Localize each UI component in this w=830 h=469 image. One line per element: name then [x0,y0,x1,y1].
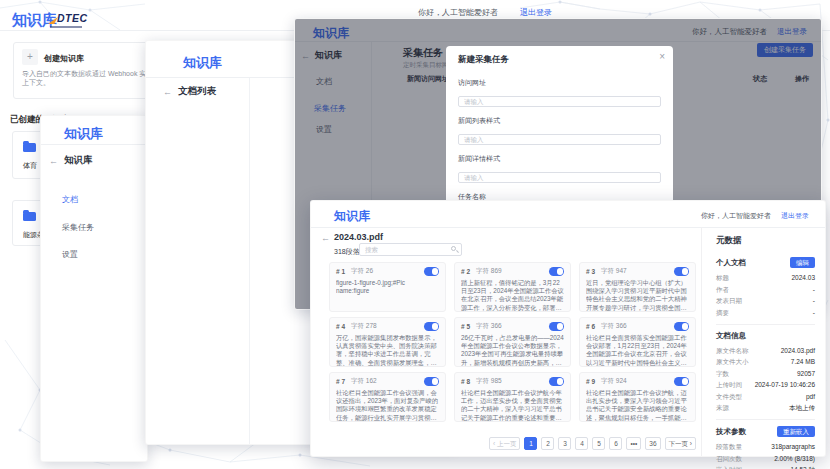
pagination-prev[interactable]: ‹ 上一页 [489,437,520,450]
kb-nav-window: 知识库 ← 知识库 文档 采集任务 设置 [40,115,148,462]
document-detail-window: 知识库 你好，人工智能爱好者 退出登录 ← 2024.03.pdf 318段落 … [310,200,826,457]
meta-value: 2024.03.pdf [781,347,815,356]
modal-title: 新建采集任务 [458,54,661,66]
tech-params-section-title: 技术参数 [716,427,746,437]
segment-number: # 7 [336,378,345,385]
segment-number: # 6 [586,323,595,330]
segment-enabled-toggle[interactable] [424,267,439,276]
meta-label: 段落数量 [716,443,742,452]
segment-card-3[interactable]: # 3 字符 947 近日，党组理论学习中心组（扩大）围绕深入学习贯彻习近平新时… [579,262,696,312]
pagination-page-36[interactable]: 36 [645,437,660,450]
segment-text: 社论栏目全面贯彻落实全国能源工作会议部署，1月22日至23日，2024年全国能源… [586,334,689,367]
logo-text: DTEC [57,12,88,24]
segment-text: 26亿千瓦时，占总发电量的——2024年全国能源工作会议公布数据显示，2023年… [461,334,564,367]
metadata-panel: 元数据 个人文档 编辑 标题2024.03 作者- 发表日期- 摘要- 文档信息… [701,227,827,456]
document-title: 2024.03.pdf [334,232,383,242]
back-arrow-icon: ← [49,156,58,166]
plus-icon: + [22,49,38,65]
meta-value: pdf [806,393,815,402]
segment-enabled-toggle[interactable] [424,322,439,331]
segment-search-input[interactable] [359,243,462,256]
close-icon[interactable]: × [659,51,665,62]
paragraph-count: 318段落 [334,247,360,257]
header-divider [41,144,147,145]
logout-link[interactable]: 退出登录 [520,7,552,18]
segment-card-2[interactable]: # 2 字符 869 踏上新征程，值得铭记的是，3月22日至23日，2024年全… [454,262,571,312]
folder-icon [23,212,36,221]
segment-text: 踏上新征程，值得铭记的是，3月22日至23日，2024年全国能源工作会议在北京召… [461,279,564,312]
url-field[interactable] [458,96,661,107]
segment-enabled-toggle[interactable] [549,322,564,331]
field-label-list-style: 新闻列表样式 [458,116,661,126]
field-label-url: 访问网址 [458,78,661,88]
meta-value: 2.00% (8/318) [774,455,815,464]
segment-card-4[interactable]: # 4 字符 278 万亿，国家能源集团发布数据显示，认真贯彻落实党中央、国务院… [329,317,446,367]
pagination-page-1[interactable]: 1 [524,437,537,450]
meta-label: 上传时间 [716,381,742,390]
app-title: 知识库 [64,125,103,143]
segment-char-count: 字符 26 [351,267,373,276]
meta-label: 召回次数 [716,455,742,464]
pagination-page-2[interactable]: 2 [541,437,554,450]
segment-enabled-toggle[interactable] [674,267,689,276]
greeting-text: 你好，人工智能爱好者 [418,7,498,18]
edit-metadata-button[interactable]: 编辑 [790,257,815,268]
meta-label: 文件类型 [716,393,742,402]
pagination-page-3[interactable]: 3 [558,437,571,450]
segment-text: 社论栏目全国能源工作会议强调，会议还指出，2023年，面对复杂严峻的国际环境和艰… [336,389,439,422]
back-arrow-icon[interactable]: ← [321,233,330,243]
segment-text: 近日，党组理论学习中心组（扩大）围绕深入学习贯彻习近平新时代中国特色社会主义思想… [586,279,689,312]
detail-style-field[interactable] [458,172,661,183]
meta-label: 标题 [716,274,729,283]
segment-enabled-toggle[interactable] [674,322,689,331]
segment-grid: # 1 字符 26 figure-1-figure-0.jpg;#Pic nam… [329,262,696,422]
meta-value: 本地上传 [789,404,815,413]
sidebar-item-settings[interactable]: 设置 [62,249,78,260]
segment-text: figure-1-figure-0.jpg;#Pic name:figure [336,279,439,295]
logo-subtext [50,26,82,28]
pagination-page-4[interactable]: 4 [575,437,588,450]
pagination: ‹ 上一页 1 2 3 4 5 6 ••• 36 下一页 › [329,437,696,450]
segment-char-count: 字符 278 [351,322,377,331]
create-card-title: 创建知识库 [44,53,84,64]
meta-label: 原文件大小 [716,358,749,367]
segment-text: 社论栏目全国能源工作会议护航今年工作，迈出坚实步伐，要全面贯彻党的二十大精神，深… [461,389,564,422]
file-info-section-title: 文档信息 [716,331,746,341]
segment-number: # 9 [586,378,595,385]
meta-value: 318paragraphs [771,443,815,452]
pagination-page-6[interactable]: 6 [609,437,622,450]
segment-card-6[interactable]: # 6 字符 366 社论栏目全面贯彻落实全国能源工作会议部署，1月22日至23… [579,317,696,367]
pagination-page-5[interactable]: 5 [592,437,605,450]
segment-card-8[interactable]: # 8 字符 985 社论栏目全国能源工作会议护航今年工作，迈出坚实步伐，要全面… [454,372,571,422]
greeting-text: 你好，人工智能爱好者 [701,211,771,221]
segment-enabled-toggle[interactable] [549,377,564,386]
meta-label: 来源 [716,404,729,413]
segment-enabled-toggle[interactable] [549,267,564,276]
segment-card-1[interactable]: # 1 字符 26 figure-1-figure-0.jpg;#Pic nam… [329,262,446,312]
meta-label: 发表日期 [716,297,742,306]
segment-card-7[interactable]: # 7 字符 162 社论栏目全国能源工作会议强调，会议还指出，2023年，面对… [329,372,446,422]
logout-link[interactable]: 退出登录 [781,211,809,221]
reembed-button[interactable]: 重新嵌入 [777,426,815,437]
segment-text: 万亿，国家能源集团发布数据显示，认真贯彻落实党中央、国务院决策部署，坚持稳中求进… [336,334,439,367]
segment-char-count: 字符 869 [476,267,502,276]
panel-divider [716,419,815,420]
segment-card-5[interactable]: # 5 字符 366 26亿千瓦时，占总发电量的——2024年全国能源工作会议公… [454,317,571,367]
segment-number: # 5 [461,323,470,330]
back-nav[interactable]: ← 知识库 [49,154,93,167]
company-logo: DTEC [50,12,88,28]
sidebar-item-collection-tasks[interactable]: 采集任务 [62,222,94,233]
list-style-field[interactable] [458,134,661,145]
pagination-next[interactable]: 下一页 › [665,437,696,450]
segment-enabled-toggle[interactable] [424,377,439,386]
sidebar-item-documents[interactable]: 文档 [62,194,78,205]
meta-label: 字数 [716,370,729,379]
panel-divider [716,324,815,325]
pagination-ellipsis[interactable]: ••• [626,437,641,450]
segment-char-count: 字符 985 [476,377,502,386]
back-nav[interactable]: ← 文档列表 [163,85,216,98]
segment-number: # 4 [336,323,345,330]
segment-enabled-toggle[interactable] [674,377,689,386]
segment-card-9[interactable]: # 9 字符 924 社论栏目全国能源工作会议护航，迈出扎实步伐，要深入学习领会… [579,372,696,422]
folder-icon [23,143,36,152]
